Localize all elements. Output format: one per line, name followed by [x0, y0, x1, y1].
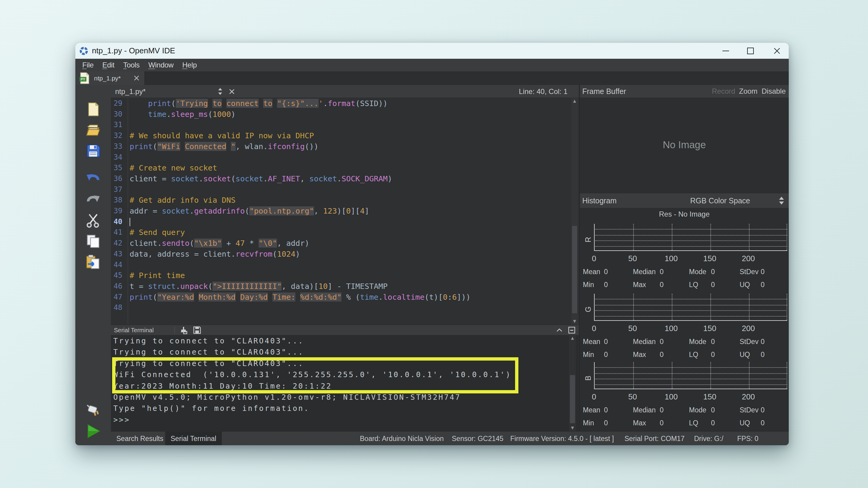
annotation-highlight-box	[112, 357, 518, 393]
scroll-thumb[interactable]	[572, 226, 577, 313]
code-line-34: 34	[111, 152, 563, 163]
stat-label-G-Max: Max	[633, 351, 646, 359]
menu-window[interactable]: Window	[148, 61, 174, 69]
stat-label-R-Median: Median	[633, 268, 655, 276]
tab-ntp1py[interactable]: PY ntp_1.py* ×	[75, 71, 145, 85]
document-name[interactable]: ntp_1.py*	[115, 85, 146, 98]
tab-search-results[interactable]: Search Results	[111, 432, 169, 445]
line-number: 45	[111, 270, 122, 281]
stat-value-B-LQ: 0	[711, 419, 715, 427]
document-dropdown-icon[interactable]	[218, 88, 223, 95]
code-line-40: 40	[111, 217, 563, 227]
menu-tools[interactable]: Tools	[123, 61, 140, 69]
paste-icon[interactable]	[85, 254, 101, 270]
disable-button[interactable]: Disable	[762, 85, 786, 98]
separator	[175, 327, 175, 334]
terminal-line: >>>	[113, 414, 135, 425]
code-line-45: 45# Print time	[111, 270, 563, 281]
code-line-47: 47print("Year:%d Month:%d Day:%d Time: %…	[111, 292, 563, 303]
tab-serial-terminal[interactable]: Serial Terminal	[165, 432, 222, 445]
code-editor[interactable]: 29 print('Trying to connect to "{:s}"...…	[111, 98, 579, 325]
stat-value-G-Min: 0	[604, 351, 608, 359]
stat-value-B-StDev: 0	[761, 406, 765, 414]
color-space-select[interactable]: RGB Color Space	[690, 193, 750, 208]
stat-label-B-Median: Median	[633, 406, 655, 414]
line-number: 29	[111, 98, 122, 109]
scroll-down-icon[interactable]: ▼	[569, 425, 576, 431]
maximize-button[interactable]	[741, 43, 761, 59]
open-file-icon[interactable]	[85, 122, 101, 138]
stat-value-R-Max: 0	[660, 281, 664, 289]
stat-value-G-Max: 0	[660, 351, 664, 359]
connect-icon[interactable]	[85, 402, 101, 418]
code-line-48: 48	[111, 302, 563, 313]
stat-value-G-UQ: 0	[761, 351, 765, 359]
terminal-line: Trying to connect to "CLARO403"...	[113, 335, 304, 347]
stat-label-R-UQ: UQ	[740, 281, 750, 289]
record-button[interactable]: Record	[712, 85, 735, 98]
menu-edit[interactable]: Edit	[102, 61, 115, 69]
scroll-thumb[interactable]	[570, 375, 575, 423]
terminal-line: Trying to connect to "CLARO403"...	[113, 347, 304, 358]
zoom-button[interactable]: Zoom	[739, 85, 757, 98]
save-icon[interactable]	[85, 143, 101, 159]
document-close-icon[interactable]: ×	[228, 87, 236, 96]
stat-value-G-Median: 0	[660, 338, 664, 346]
left-toolbar	[75, 85, 111, 445]
window-title: ntp_1.py - OpenMV IDE	[92, 43, 175, 59]
x-tick-label: 150	[698, 254, 722, 263]
x-tick-label: 50	[621, 392, 645, 401]
openmv-ide-window: ntp_1.py - OpenMV IDE FileEditToolsWindo…	[75, 43, 789, 445]
editor-scrollbar[interactable]: ▲ ▼	[571, 98, 578, 325]
scroll-down-icon[interactable]: ▼	[571, 318, 578, 325]
scroll-up-icon[interactable]: ▲	[569, 335, 576, 341]
serial-terminal-header: Serial Terminal	[111, 325, 579, 335]
color-space-spinner-icon[interactable]	[778, 196, 785, 205]
line-number: 41	[111, 227, 122, 238]
channel-label-B: B	[584, 372, 592, 381]
scroll-up-icon[interactable]: ▲	[571, 98, 578, 104]
x-tick-label: 0	[582, 254, 606, 263]
tab-close-icon[interactable]: ×	[132, 74, 141, 83]
stat-value-B-Mode: 0	[711, 406, 715, 414]
save-log-icon[interactable]	[193, 326, 201, 334]
line-number: 38	[111, 195, 122, 206]
code-line-37: 37	[111, 184, 563, 195]
openmv-logo-icon	[80, 47, 88, 55]
copy-icon[interactable]	[85, 233, 101, 249]
title-bar[interactable]: ntp_1.py - OpenMV IDE	[75, 43, 789, 59]
tab-bar: PY ntp_1.py* ×	[75, 71, 789, 85]
close-button[interactable]	[767, 43, 787, 59]
clear-terminal-icon[interactable]	[179, 326, 188, 334]
status-field: Firmware Version: 4.5.0 - [ latest ]	[510, 432, 614, 445]
menu-file[interactable]: File	[82, 61, 94, 69]
terminal-scrollbar[interactable]: ▲ ▼	[569, 335, 576, 431]
detach-terminal-icon[interactable]	[568, 327, 575, 334]
code-line-44: 44	[111, 260, 563, 270]
run-icon[interactable]	[85, 423, 101, 439]
stat-value-R-StDev: 0	[761, 268, 765, 276]
redo-icon[interactable]	[85, 192, 101, 207]
stat-label-B-StDev: StDev	[740, 406, 758, 414]
stat-value-G-LQ: 0	[711, 351, 715, 359]
frame-buffer-placeholder: No Image	[580, 139, 789, 151]
stat-value-G-Mode: 0	[711, 338, 715, 346]
document-toolbar: ntp_1.py* × Line: 40, Col: 1	[111, 85, 579, 98]
line-number: 32	[111, 130, 122, 141]
menu-help[interactable]: Help	[182, 61, 197, 69]
minimize-button[interactable]	[716, 43, 736, 59]
stat-label-B-Min: Min	[583, 419, 594, 427]
histogram-title: Histogram	[582, 193, 617, 208]
code-line-39: 39addr = socket.getaddrinfo("pool.ntp.or…	[111, 206, 563, 217]
x-tick-label: 200	[736, 254, 761, 263]
cut-icon[interactable]	[85, 213, 101, 228]
undo-icon[interactable]	[85, 170, 101, 186]
collapse-terminal-icon[interactable]	[556, 327, 563, 333]
stat-value-G-StDev: 0	[761, 338, 765, 346]
histogram-resolution: Res - No Image	[580, 210, 789, 218]
code-line-46: 46t = struct.unpack(">IIIIIIIIIIII", dat…	[111, 281, 563, 292]
stat-label-G-UQ: UQ	[740, 351, 750, 359]
svg-text:PY: PY	[81, 77, 85, 81]
new-file-icon[interactable]	[85, 101, 101, 117]
text-cursor	[130, 218, 130, 226]
